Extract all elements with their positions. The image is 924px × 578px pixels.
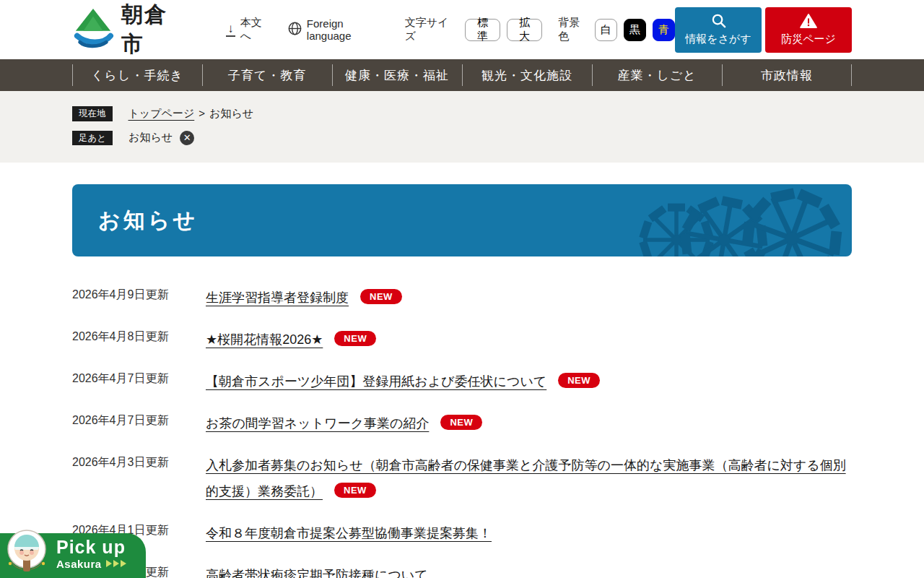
news-item: 2026年4月7日更新 お茶の間学習ネットワーク事業の紹介NEW: [72, 402, 852, 444]
bg-black-button[interactable]: 黒: [624, 19, 646, 41]
skip-to-content-link[interactable]: ↓ 本文へ: [226, 16, 272, 43]
news-link[interactable]: 【朝倉市スポーツ少年団】登録用紙および委任状について: [206, 374, 546, 389]
location-tag: 現在地: [72, 106, 113, 121]
news-link[interactable]: 生涯学習指導者登録制度: [206, 290, 349, 305]
breadcrumb-home-link[interactable]: トップページ: [128, 107, 195, 119]
font-size-control: 文字サイズ 標準 拡大: [405, 16, 542, 43]
warning-triangle-icon: [800, 14, 817, 30]
news-date: 2026年4月9日更新: [72, 285, 206, 311]
news-body: 【朝倉市スポーツ少年団】登録用紙および委任状についてNEW: [206, 368, 852, 394]
nav-item-kosodate[interactable]: 子育て・教育: [202, 59, 332, 91]
breadcrumb: 現在地 トップページ>お知らせ: [72, 106, 852, 121]
news-item: 2026年4月1日更新 高齢者帯状疱疹定期予防接種について: [72, 554, 852, 578]
breadcrumb-current: お知らせ: [209, 107, 253, 119]
news-link[interactable]: 高齢者帯状疱疹定期予防接種について: [206, 568, 428, 578]
header-utilities: ↓ 本文へ Foreign language 文字サイズ 標準 拡大: [226, 16, 675, 43]
font-size-label: 文字サイズ: [405, 16, 458, 43]
pickup-asakura-widget[interactable]: Pick up Asakura: [0, 533, 146, 578]
news-link[interactable]: お茶の間学習ネットワーク事業の紹介: [206, 416, 429, 431]
skip-link-label: 本文へ: [240, 16, 272, 43]
breadcrumb-trail: トップページ>お知らせ: [128, 107, 254, 121]
city-logo-icon: [72, 8, 114, 51]
main-content: お知らせ 2026年4月9日更新 生涯学習指導者登録制度NEW 2026年4月8…: [0, 163, 924, 578]
news-date: 2026年4月3日更新: [72, 452, 206, 504]
news-link[interactable]: 令和８年度朝倉市提案公募型協働事業提案募集！: [206, 526, 492, 540]
news-item: 2026年4月7日更新 【朝倉市スポーツ少年団】登録用紙および委任状についてNE…: [72, 361, 852, 402]
search-button-label: 情報をさがす: [685, 33, 751, 46]
news-date: 2026年4月8日更新: [72, 327, 206, 353]
footprint-close-icon[interactable]: ✕: [180, 131, 194, 145]
three-right-triangles-icon: [106, 560, 126, 567]
emergency-page-button[interactable]: 防災ページ: [765, 7, 852, 53]
new-badge: NEW: [334, 483, 376, 498]
news-body: 生涯学習指導者登録制度NEW: [206, 285, 852, 311]
news-item: 2026年4月9日更新 生涯学習指導者登録制度NEW: [72, 277, 852, 319]
news-list: 2026年4月9日更新 生涯学習指導者登録制度NEW 2026年4月8日更新 ★…: [72, 277, 852, 578]
new-badge: NEW: [558, 373, 600, 388]
foreign-language-link[interactable]: Foreign language: [288, 17, 389, 42]
bg-blue-button[interactable]: 青: [653, 19, 675, 41]
bg-white-button[interactable]: 白: [595, 19, 617, 41]
nav-item-kenko[interactable]: 健康・医療・福祉: [332, 59, 462, 91]
footprint-row: 足あと お知らせ ✕: [72, 131, 852, 146]
font-size-standard-button[interactable]: 標準: [465, 19, 500, 41]
page-title-banner: お知らせ: [72, 184, 852, 256]
nav-item-kanko[interactable]: 観光・文化施設: [462, 59, 592, 91]
global-nav: くらし・手続き 子育て・教育 健康・医療・福祉 観光・文化施設 産業・しごと 市…: [0, 59, 924, 91]
emergency-button-label: 防災ページ: [781, 33, 836, 46]
bg-color-control: 背景色 白 黒 青: [558, 16, 675, 43]
news-item: 2026年4月1日更新 令和８年度朝倉市提案公募型協働事業提案募集！: [72, 512, 852, 554]
font-size-large-button[interactable]: 拡大: [507, 19, 542, 41]
news-date: 2026年4月7日更新: [72, 368, 206, 394]
news-date: 2026年4月7日更新: [72, 410, 206, 436]
pickup-subtitle: Asakura: [56, 558, 102, 570]
news-item: 2026年4月3日更新 入札参加者募集のお知らせ（朝倉市高齢者の保健事業と介護予…: [72, 444, 852, 512]
new-badge: NEW: [334, 331, 376, 346]
news-body: お茶の間学習ネットワーク事業の紹介NEW: [206, 410, 852, 436]
new-badge: NEW: [360, 289, 402, 304]
footprint-item-label: お知らせ: [128, 131, 173, 144]
nav-item-shisei[interactable]: 市政情報: [722, 59, 852, 91]
water-wheels-icon: [621, 184, 852, 256]
breadcrumb-band: 現在地 トップページ>お知らせ 足あと お知らせ ✕: [0, 91, 924, 163]
foreign-language-label: Foreign language: [307, 17, 389, 42]
news-body: 高齢者帯状疱疹定期予防接種について: [206, 562, 852, 578]
search-button[interactable]: 情報をさがす: [675, 7, 762, 53]
mascot-icon: [5, 530, 48, 573]
news-item: 2026年4月8日更新 ★桜開花情報2026★NEW: [72, 319, 852, 361]
magnifier-icon: [711, 13, 726, 30]
new-badge: NEW: [440, 415, 482, 430]
down-arrow-icon: ↓: [226, 22, 235, 37]
news-body: ★桜開花情報2026★NEW: [206, 327, 852, 353]
news-body: 入札参加者募集のお知らせ（朝倉市高齢者の保健事業と介護予防等の一体的な実施事業（…: [206, 452, 852, 504]
site-header: 朝倉市 ↓ 本文へ Foreign language 文字サイズ: [0, 0, 924, 59]
breadcrumb-separator: >: [199, 107, 205, 119]
pickup-title: Pick up: [56, 537, 126, 557]
news-link[interactable]: 入札参加者募集のお知らせ（朝倉市高齢者の保健事業と介護予防等の一体的な実施事業（…: [206, 458, 846, 499]
site-logo[interactable]: 朝倉市: [72, 0, 188, 59]
nav-item-sangyo[interactable]: 産業・しごと: [592, 59, 722, 91]
news-link[interactable]: ★桜開花情報2026★: [206, 332, 323, 347]
footprint-tag: 足あと: [72, 131, 113, 146]
site-name: 朝倉市: [121, 0, 188, 59]
globe-icon: [288, 22, 302, 38]
nav-item-kurashi[interactable]: くらし・手続き: [72, 59, 202, 91]
bg-color-label: 背景色: [558, 16, 588, 43]
news-body: 令和８年度朝倉市提案公募型協働事業提案募集！: [206, 520, 852, 546]
